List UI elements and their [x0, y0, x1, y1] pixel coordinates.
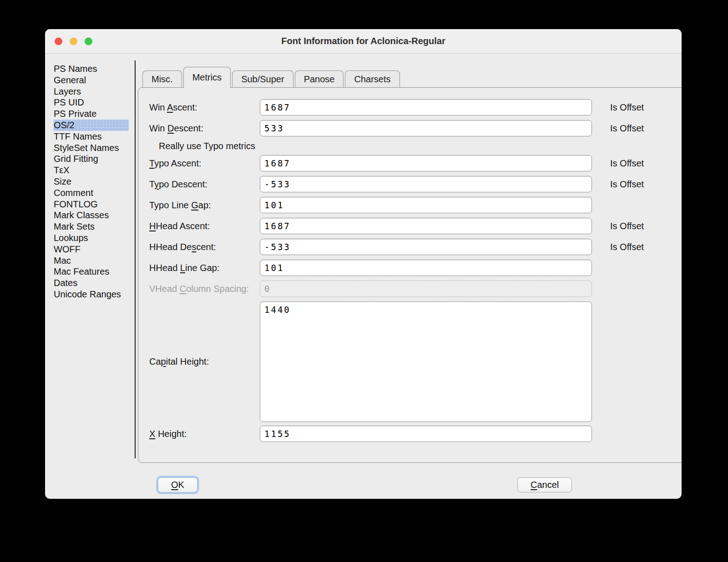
vhead-column-spacing-label: VHead Column Spacing:	[149, 284, 260, 294]
vhead-column-spacing-input	[260, 281, 592, 297]
hhead-descent-input[interactable]	[260, 239, 592, 255]
cancel-rest: ancel	[537, 480, 559, 490]
win-descent-input[interactable]	[260, 120, 592, 136]
x-height-row: X Height:	[149, 426, 682, 442]
win-ascent-input[interactable]	[260, 99, 592, 115]
typo-ascent-label: Typo Ascent:	[149, 158, 260, 169]
hhead-ascent-label: HHead Ascent:	[149, 221, 260, 231]
sidebar-item-dates[interactable]: Dates	[54, 277, 129, 289]
label-mnemonic: G	[191, 200, 198, 210]
sidebar-item-general[interactable]: General	[54, 75, 129, 86]
win-ascent-is-offset-label[interactable]: Is Offset	[610, 102, 644, 113]
sidebar-item-mac[interactable]: Mac	[54, 255, 129, 266]
ok-mnemonic: O	[171, 480, 178, 490]
tab-charsets[interactable]: Charsets	[345, 70, 399, 87]
really-use-typo-metrics-label[interactable]: Really use Typo metrics	[149, 141, 682, 151]
label-post: ypo Ascent:	[154, 158, 201, 168]
capital-height-row: Capital Height: 1440	[149, 301, 682, 422]
capital-height-label: Capital Height:	[149, 356, 260, 367]
tab-sub-super[interactable]: Sub/Super	[232, 70, 293, 87]
vhead-column-spacing-row: VHead Column Spacing:	[149, 281, 682, 297]
sidebar-item-tex[interactable]: TεX	[54, 165, 129, 176]
label-post: scent:	[173, 102, 197, 112]
tab-panose[interactable]: Panose	[295, 70, 344, 87]
sidebar-item-grid-fitting[interactable]: Grid Fitting	[54, 153, 129, 165]
label-post: ine Gap:	[185, 263, 220, 273]
typo-line-gap-input[interactable]	[260, 197, 592, 213]
label-mnemonic: y	[154, 179, 159, 189]
sidebar-item-styleset-names[interactable]: StyleSet Names	[54, 142, 129, 154]
metrics-panel: Win Ascent: Is Offset Win Descent: Is Of…	[138, 87, 682, 463]
sidebar-item-woff[interactable]: WOFF	[54, 244, 129, 255]
hhead-ascent-row: HHead Ascent: Is Offset	[149, 218, 682, 234]
label-pre: Win	[149, 102, 167, 112]
hhead-line-gap-input[interactable]	[260, 260, 592, 276]
typo-descent-input[interactable]	[260, 176, 592, 192]
minimize-button[interactable]	[70, 37, 77, 45]
label-mnemonic: D	[167, 123, 174, 133]
sidebar-item-fontlog[interactable]: FONTLOG	[54, 199, 129, 210]
label-post: Head Ascent:	[156, 221, 210, 231]
cancel-mnemonic: C	[531, 480, 537, 490]
label-mnemonic: X	[149, 429, 155, 439]
label-mnemonic: A	[167, 102, 173, 112]
label-post: Height:	[155, 429, 187, 439]
sidebar-item-os2[interactable]: OS/2	[54, 120, 129, 131]
sidebar-item-mac-features[interactable]: Mac Features	[54, 266, 129, 277]
label-mnemonic: p	[161, 356, 166, 366]
sidebar-item-mark-classes[interactable]: Mark Classes	[54, 210, 129, 221]
hhead-descent-is-offset-label[interactable]: Is Offset	[610, 242, 644, 252]
label-pre: Win	[149, 123, 167, 133]
typo-descent-label: Typo Descent:	[149, 179, 260, 190]
label-mnemonic: L	[180, 263, 185, 273]
sidebar-item-lookups[interactable]: Lookups	[54, 232, 129, 244]
label-post: escent:	[174, 123, 203, 133]
traffic-lights	[55, 37, 92, 45]
close-button[interactable]	[55, 37, 62, 45]
ok-rest: K	[178, 480, 184, 490]
sidebar-item-mark-sets[interactable]: Mark Sets	[54, 221, 129, 232]
typo-line-gap-label: Typo Line Gap:	[149, 200, 260, 211]
zoom-button[interactable]	[85, 37, 92, 45]
label-pre: VHead	[149, 284, 180, 294]
label-pre: T	[149, 179, 154, 189]
ok-button[interactable]: OK	[158, 477, 197, 492]
hhead-line-gap-row: HHead Line Gap:	[149, 260, 682, 276]
win-descent-row: Win Descent: Is Offset	[149, 120, 682, 136]
hhead-descent-row: HHead Descent: Is Offset	[149, 239, 682, 255]
win-descent-label: Win Descent:	[149, 123, 260, 134]
typo-ascent-is-offset-label[interactable]: Is Offset	[610, 158, 644, 169]
typo-descent-row: Typo Descent: Is Offset	[149, 176, 682, 192]
win-ascent-label: Win Ascent:	[149, 102, 260, 113]
win-descent-is-offset-label[interactable]: Is Offset	[610, 123, 644, 134]
typo-ascent-row: Typo Ascent: Is Offset	[149, 155, 682, 171]
sidebar-item-size[interactable]: Size	[54, 176, 129, 187]
tab-misc[interactable]: Misc.	[142, 70, 182, 87]
label-pre: Ca	[149, 356, 161, 366]
typo-ascent-input[interactable]	[260, 155, 592, 171]
hhead-descent-label: HHead Descent:	[149, 242, 260, 252]
sidebar-item-ps-private[interactable]: PS Private	[54, 108, 129, 120]
tab-metrics[interactable]: Metrics	[183, 67, 231, 88]
title-bar: Font Information for Aclonica-Regular	[45, 29, 682, 54]
label-post: olumn Spacing:	[186, 284, 249, 294]
cancel-button[interactable]: Cancel	[517, 477, 572, 492]
sidebar-item-comment[interactable]: Comment	[54, 187, 129, 199]
capital-height-input[interactable]: 1440	[260, 301, 592, 422]
sidebar-item-ps-names[interactable]: PS Names	[54, 63, 129, 75]
x-height-input[interactable]	[260, 426, 592, 442]
label-mnemonic: T	[149, 158, 154, 168]
hhead-ascent-is-offset-label[interactable]: Is Offset	[610, 221, 644, 231]
label-pre: HHead	[149, 263, 180, 273]
label-mnemonic: s	[192, 242, 196, 252]
sidebar-item-ps-uid[interactable]: PS UID	[54, 97, 129, 108]
sidebar-item-unicode-ranges[interactable]: Unicode Ranges	[54, 289, 129, 300]
label-pre: Typo Line	[149, 200, 191, 210]
sidebar-item-ttf-names[interactable]: TTF Names	[54, 131, 129, 142]
hhead-ascent-input[interactable]	[260, 218, 592, 234]
window-title: Font Information for Aclonica-Regular	[281, 36, 445, 46]
label-pre: HHead De	[149, 242, 192, 252]
sidebar-item-layers[interactable]: Layers	[54, 86, 129, 97]
typo-descent-is-offset-label[interactable]: Is Offset	[610, 179, 644, 190]
category-sidebar: PS Names General Layers PS UID PS Privat…	[45, 54, 135, 499]
